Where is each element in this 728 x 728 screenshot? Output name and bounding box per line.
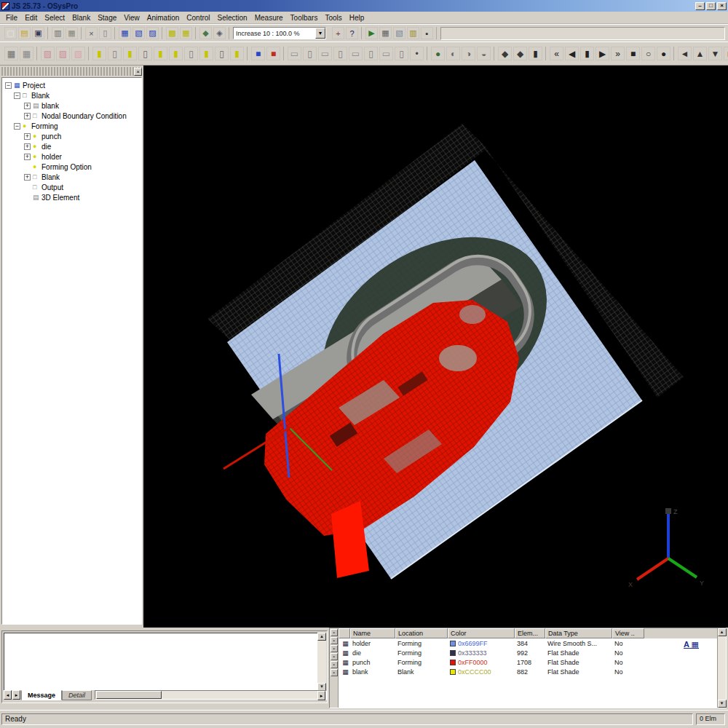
menu-item[interactable]: Edit bbox=[21, 13, 41, 23]
arrow-down-icon[interactable]: ▼ bbox=[708, 47, 722, 60]
tree-expander-icon[interactable]: − bbox=[5, 82, 12, 89]
viewport-3d[interactable]: Z X Y bbox=[143, 66, 728, 628]
arrow-left-icon[interactable]: ◄ bbox=[678, 47, 692, 60]
record-icon[interactable]: ● bbox=[657, 47, 670, 60]
menu-item[interactable]: Tools bbox=[321, 13, 345, 23]
pause-icon[interactable]: ▮ bbox=[580, 47, 594, 60]
tree-expander-icon[interactable]: + bbox=[24, 174, 31, 181]
play-icon[interactable]: ▶ bbox=[365, 27, 378, 39]
tag-icon[interactable]: ▯ bbox=[395, 47, 408, 60]
front-view-icon[interactable]: ◐ bbox=[446, 47, 460, 60]
flag-red-icon[interactable]: ■ bbox=[266, 47, 280, 60]
tab-scroll-left-icon[interactable]: ◂ bbox=[4, 690, 12, 700]
measure-icon[interactable]: ▭ bbox=[288, 47, 301, 60]
header-name[interactable]: Name bbox=[350, 628, 395, 638]
scroll-up-icon[interactable]: ▲ bbox=[718, 628, 727, 636]
export-icon[interactable]: ▦ bbox=[66, 27, 78, 39]
scroll-up-icon[interactable]: ▲ bbox=[317, 633, 326, 641]
menu-item[interactable]: Blank bbox=[68, 13, 94, 23]
stop-icon[interactable]: ▪ bbox=[421, 27, 433, 39]
part-show-icon[interactable]: ▩ bbox=[166, 27, 178, 39]
probe-icon[interactable]: • bbox=[410, 47, 424, 60]
play-anim-icon[interactable]: ▶ bbox=[596, 47, 609, 60]
select-element-icon[interactable]: ▦ bbox=[4, 47, 18, 60]
tool-mesh-icon[interactable]: ▨ bbox=[56, 47, 70, 60]
distance-icon[interactable]: ▯ bbox=[303, 47, 317, 60]
zoom-icon[interactable]: ◈ bbox=[213, 27, 226, 39]
hide-die-icon[interactable]: ▯ bbox=[138, 47, 152, 60]
show-blank-icon[interactable]: ▮ bbox=[169, 47, 183, 60]
menu-item[interactable]: View bbox=[120, 13, 143, 23]
shade-view-icon[interactable]: ▧ bbox=[132, 27, 145, 39]
header-elem[interactable]: Elem... bbox=[515, 628, 545, 638]
menu-item[interactable]: File bbox=[2, 13, 21, 23]
message-vertical-scrollbar[interactable]: ▲ ▼ bbox=[317, 633, 326, 691]
table-row[interactable]: ▦ blank Blank 0xCCCC00 882 Flat Shade No bbox=[339, 667, 719, 676]
menu-item[interactable]: Control bbox=[183, 13, 213, 23]
table-row[interactable]: ▦ holder Forming 0x6699FF 384 Wire Smoot… bbox=[339, 638, 719, 648]
scroll-right-icon[interactable]: ▸ bbox=[317, 691, 325, 700]
show-die-icon[interactable]: ▮ bbox=[123, 47, 137, 60]
tab-scroll-right-icon[interactable]: ▸ bbox=[12, 690, 20, 700]
table-corner-buttons[interactable]: A ▦ bbox=[684, 640, 699, 649]
rotate-icon[interactable]: ◆ bbox=[498, 47, 512, 60]
menu-item[interactable]: Animation bbox=[143, 13, 183, 23]
side-tool-icon[interactable]: ▪ bbox=[331, 637, 338, 644]
help-icon[interactable]: ? bbox=[346, 27, 358, 39]
tree-item[interactable]: + ● holder bbox=[4, 151, 141, 162]
stage-combobox[interactable]: Increase 10 : 100.0 % ▼ bbox=[233, 27, 326, 39]
table-row[interactable]: ▦ punch Forming 0xFF0000 1708 Flat Shade… bbox=[339, 657, 719, 667]
thickness-icon[interactable]: ▭ bbox=[349, 47, 363, 60]
table-side-toolbar[interactable]: ▪ ▪ ▪ ▪ ▪ ▪ bbox=[330, 628, 339, 708]
tree-item[interactable]: + □ Blank bbox=[4, 172, 141, 182]
tree-expander-icon[interactable]: + bbox=[24, 143, 31, 150]
loop-icon[interactable]: ○ bbox=[641, 47, 655, 60]
header-data-type[interactable]: Data Type bbox=[545, 628, 612, 638]
menu-item[interactable]: Stage bbox=[94, 13, 120, 23]
table-vertical-scrollbar[interactable]: ▲ ▼ bbox=[717, 628, 726, 708]
cut-icon[interactable]: × bbox=[85, 27, 98, 39]
pan-icon[interactable]: ◆ bbox=[513, 47, 527, 60]
tab-detail[interactable]: Detail bbox=[62, 690, 92, 700]
scroll-down-icon[interactable]: ▼ bbox=[718, 700, 727, 708]
fit-view-icon[interactable]: ◆ bbox=[199, 27, 212, 39]
menu-item[interactable]: Help bbox=[346, 13, 368, 23]
grid-icon[interactable]: ▦ bbox=[379, 27, 392, 39]
hide-punch-icon[interactable]: ▯ bbox=[108, 47, 122, 60]
save-icon[interactable]: ▣ bbox=[32, 27, 44, 39]
radius-icon[interactable]: ▯ bbox=[333, 47, 347, 60]
header-view[interactable]: View .. bbox=[612, 628, 644, 638]
arrow-up-icon[interactable]: ▲ bbox=[693, 47, 707, 60]
table-row[interactable]: ▦ die Forming 0x333333 992 Flat Shade No bbox=[339, 648, 719, 657]
prev-frame-icon[interactable]: ◀ bbox=[565, 47, 579, 60]
message-horizontal-scrollbar[interactable]: ▸ bbox=[95, 690, 327, 700]
surface-icon[interactable]: ▧ bbox=[71, 47, 85, 60]
select-node-icon[interactable]: ▦ bbox=[20, 47, 33, 60]
tree-item[interactable]: ▤ 3D Element bbox=[4, 192, 141, 202]
side-tool-icon[interactable]: ▪ bbox=[331, 661, 338, 668]
tree-item[interactable]: − ● Forming bbox=[4, 121, 141, 131]
message-output[interactable] bbox=[4, 633, 318, 691]
side-view-icon[interactable]: ◑ bbox=[462, 47, 475, 60]
scrollbar-thumb[interactable] bbox=[96, 691, 162, 699]
tree-item[interactable]: + ▤ blank bbox=[4, 100, 141, 111]
new-icon[interactable]: ▢ bbox=[4, 27, 17, 39]
side-tool-icon[interactable]: ▪ bbox=[331, 629, 338, 636]
hide-blank-icon[interactable]: ▯ bbox=[184, 47, 198, 60]
section-icon[interactable]: ▥ bbox=[407, 27, 419, 39]
notes-icon[interactable]: ▭ bbox=[379, 47, 393, 60]
chevron-down-icon[interactable]: ▼ bbox=[315, 28, 325, 39]
menu-item[interactable]: Toolbars bbox=[287, 13, 322, 23]
side-tool-icon[interactable]: ▪ bbox=[331, 645, 338, 652]
tree-expander-icon[interactable]: + bbox=[24, 133, 31, 140]
contour-icon[interactable]: ▧ bbox=[393, 27, 405, 39]
minimize-button[interactable]: – bbox=[695, 2, 705, 10]
close-button[interactable]: × bbox=[717, 2, 727, 10]
close-icon[interactable]: × bbox=[134, 68, 142, 76]
part-hide-icon[interactable]: ▦ bbox=[180, 27, 192, 39]
tree-item[interactable]: ● Forming Option bbox=[4, 162, 141, 172]
wire-view-icon[interactable]: ▨ bbox=[146, 27, 159, 39]
copy-icon[interactable]: ▯ bbox=[99, 27, 111, 39]
tree-item[interactable]: □ Output bbox=[4, 182, 141, 192]
panel-grip[interactable]: × bbox=[1, 67, 142, 76]
